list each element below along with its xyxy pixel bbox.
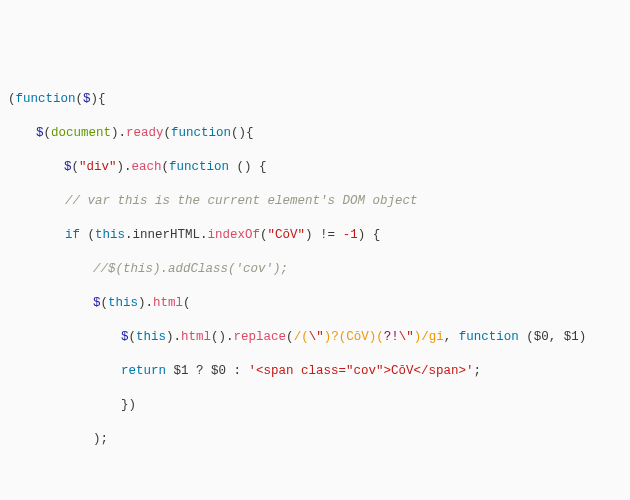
code-line: return $1 ? $0 : '<span class="cov">CōV<…: [8, 363, 630, 380]
code-line: $(document).ready(function(){: [8, 125, 630, 142]
code-line: $("div").each(function () {: [8, 159, 630, 176]
code-line: (function($){: [8, 91, 630, 108]
code-line: }): [8, 397, 630, 414]
code-line: // var this is the current element's DOM…: [8, 193, 630, 210]
code-line: //$(this).addClass('cov');: [8, 261, 630, 278]
code-line: );: [8, 431, 630, 448]
code-line: if (this.innerHTML.indexOf("CōV") != -1)…: [8, 227, 630, 244]
code-block: (function($){ $(document).ready(function…: [0, 68, 630, 500]
code-line: [8, 465, 630, 482]
code-line: $(this).html(: [8, 295, 630, 312]
code-line: $(this).html().replace(/(\")?(CōV)(?!\")…: [8, 329, 630, 346]
